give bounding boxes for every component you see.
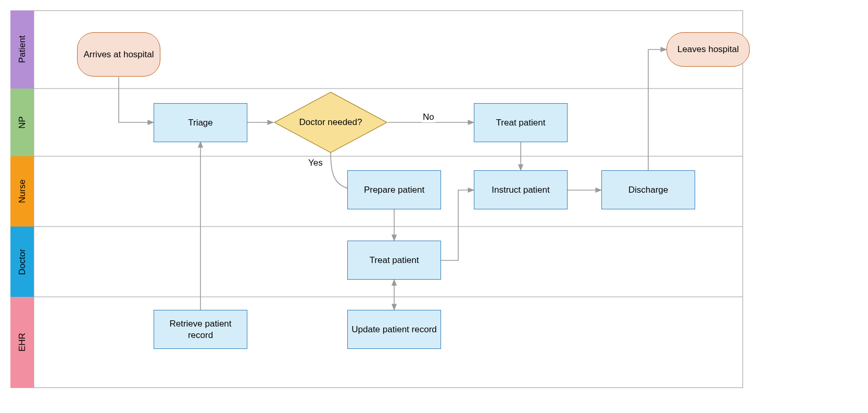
edge-label-no: No	[422, 112, 435, 122]
edge-label-yes: Yes	[307, 158, 324, 168]
node-treat-patient-np: Treat patient	[474, 103, 568, 142]
node-leaves-hospital: Leaves hospital	[666, 32, 750, 67]
node-update-patient-record: Update patient record	[347, 310, 441, 349]
node-treat-patient-doctor: Treat patient	[347, 241, 441, 280]
node-instruct-patient: Instruct patient	[474, 170, 568, 209]
node-discharge: Discharge	[601, 170, 695, 209]
swimlane-flowchart: Patient NP Nurse Doctor EHR	[10, 10, 858, 403]
node-triage: Triage	[154, 103, 247, 142]
node-arrives-at-hospital: Arrives at hospital	[77, 32, 160, 77]
node-prepare-patient: Prepare patient	[347, 170, 441, 209]
decision-label: Doctor needed?	[273, 91, 388, 154]
node-retrieve-patient-record: Retrieve patient record	[154, 310, 247, 349]
node-doctor-needed-decision: Doctor needed?	[273, 91, 388, 154]
